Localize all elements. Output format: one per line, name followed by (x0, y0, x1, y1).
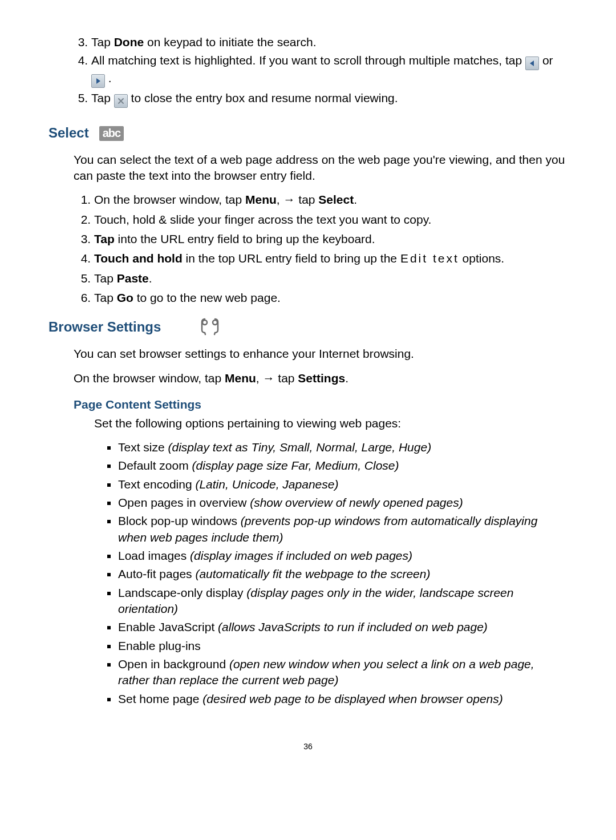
abc-icon: abc (99, 126, 124, 141)
next-match-icon (91, 74, 105, 88)
close-icon (114, 94, 128, 108)
select-step-2: Touch, hold & slide your finger across t… (94, 212, 568, 228)
step-3: Tap Done on keypad to initiate the searc… (91, 34, 568, 50)
select-step-3: Tap into the URL entry field to bring up… (94, 231, 568, 247)
page-content-settings-heading: Page Content Settings (74, 397, 568, 413)
browser-intro: You can set browser settings to enhance … (74, 346, 568, 362)
select-intro: You can select the text of a web page ad… (74, 152, 568, 184)
pcs-bullet: Open in background (open new window when… (118, 656, 568, 689)
pcs-intro: Set the following options pertaining to … (94, 415, 568, 431)
pcs-bullet: Enable plug-ins (118, 638, 568, 654)
select-step-6: Tap Go to go to the new web page. (94, 290, 568, 306)
pcs-bullet: Load images (display images if included … (118, 548, 568, 564)
pcs-bullet: Open pages in overview (show overview of… (118, 495, 568, 511)
pcs-bullet: Auto-fit pages (automatically fit the we… (118, 566, 568, 582)
search-steps-continued: Tap Done on keypad to initiate the searc… (48, 34, 568, 108)
svg-point-1 (213, 320, 217, 325)
pcs-bullet: Default zoom (display page size Far, Med… (118, 458, 568, 474)
select-heading: Select abc (48, 124, 568, 142)
pcs-bullet: Block pop-up windows (prevents pop-up wi… (118, 513, 568, 546)
pcs-bullet: Set home page (desired web page to be di… (118, 691, 568, 707)
pcs-bullets: Text size (display text as Tiny, Small, … (48, 439, 568, 707)
pcs-bullet: Text size (display text as Tiny, Small, … (118, 439, 568, 455)
pcs-bullet: Text encoding (Latin, Unicode, Japanese) (118, 476, 568, 492)
select-step-4: Touch and hold in the top URL entry fiel… (94, 251, 568, 266)
select-step-1: On the browser window, tap Menu, → tap S… (94, 192, 568, 208)
svg-point-0 (202, 320, 207, 325)
select-step-5: Tap Paste. (94, 270, 568, 286)
browser-nav-line: On the browser window, tap Menu, → tap S… (74, 370, 568, 386)
pcs-bullet: Landscape-only display (display pages on… (118, 585, 568, 617)
browser-settings-heading: Browser Settings (48, 317, 568, 337)
step-4: All matching text is highlighted. If you… (91, 52, 568, 88)
prev-match-icon (525, 56, 539, 70)
page-number: 36 (48, 741, 568, 752)
step-5: Tap to close the entry box and resume no… (91, 90, 568, 108)
wrench-icon (200, 317, 220, 337)
pcs-bullet: Enable JavaScript (allows JavaScripts to… (118, 619, 568, 635)
select-steps: On the browser window, tap Menu, → tap S… (48, 192, 568, 306)
